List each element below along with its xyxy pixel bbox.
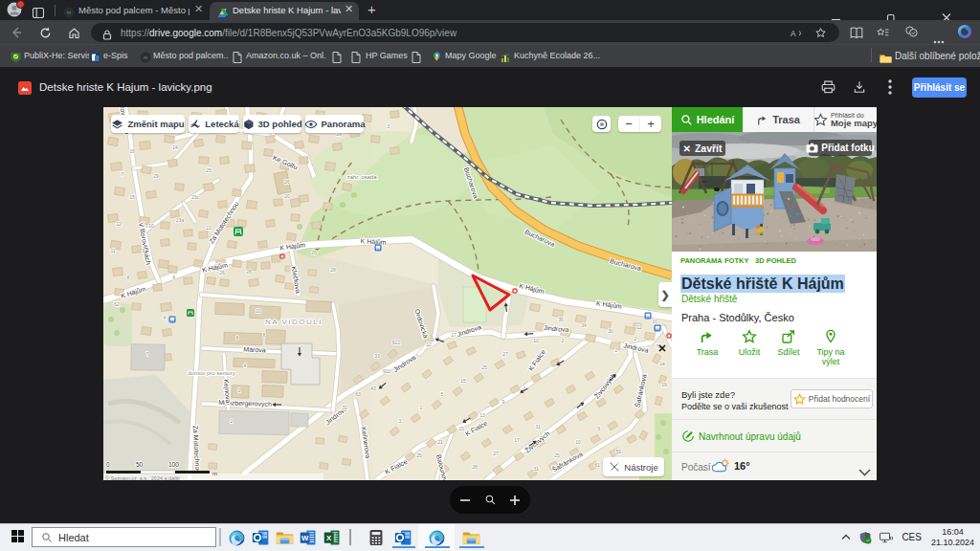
svg-text:21: 21 bbox=[206, 225, 212, 231]
svg-text:6: 6 bbox=[598, 426, 601, 431]
svg-text:5: 5 bbox=[441, 391, 444, 397]
svg-text:8: 8 bbox=[263, 332, 266, 338]
svg-text:1: 1 bbox=[238, 387, 241, 393]
svg-text:26: 26 bbox=[219, 270, 225, 276]
svg-text:25: 25 bbox=[416, 452, 422, 458]
svg-text:9: 9 bbox=[143, 248, 145, 253]
svg-text:59: 59 bbox=[615, 449, 621, 454]
svg-text:6: 6 bbox=[173, 275, 176, 280]
svg-text:25: 25 bbox=[554, 452, 560, 458]
svg-text:31: 31 bbox=[535, 424, 541, 430]
svg-text:26: 26 bbox=[311, 250, 317, 255]
svg-text:13: 13 bbox=[479, 412, 485, 418]
svg-text:15: 15 bbox=[458, 426, 464, 431]
svg-text:3: 3 bbox=[388, 123, 390, 129]
svg-text:23c: 23c bbox=[191, 194, 200, 200]
svg-text:m: m bbox=[212, 471, 217, 476]
svg-text:11: 11 bbox=[110, 248, 115, 253]
svg-text:31: 31 bbox=[533, 466, 539, 472]
svg-text:© Seznam.cz, a.s., 2024 a dalš: © Seznam.cz, a.s., 2024 a další bbox=[105, 475, 180, 481]
svg-text:X: X bbox=[326, 534, 332, 542]
svg-text:15: 15 bbox=[460, 378, 466, 384]
svg-text:4: 4 bbox=[244, 363, 247, 368]
svg-text:61: 61 bbox=[594, 462, 600, 468]
svg-text:10: 10 bbox=[533, 338, 539, 343]
svg-text:2: 2 bbox=[615, 347, 618, 353]
svg-text:zahr. osada: zahr. osada bbox=[346, 174, 377, 180]
svg-text:30: 30 bbox=[608, 328, 613, 334]
svg-text:2: 2 bbox=[635, 336, 637, 342]
svg-text:12: 12 bbox=[426, 342, 432, 347]
svg-text:14: 14 bbox=[172, 144, 178, 150]
svg-text:33: 33 bbox=[374, 353, 380, 359]
svg-text:26: 26 bbox=[284, 179, 290, 185]
svg-text:36: 36 bbox=[558, 317, 564, 322]
svg-text:Márova: Márova bbox=[243, 346, 266, 354]
svg-text:2: 2 bbox=[231, 418, 234, 424]
svg-text:19: 19 bbox=[661, 382, 667, 387]
svg-text:17: 17 bbox=[514, 437, 520, 443]
svg-text:A: A bbox=[791, 30, 796, 38]
svg-text:9: 9 bbox=[502, 399, 505, 405]
svg-text:62: 62 bbox=[114, 301, 120, 307]
svg-text:1: 1 bbox=[420, 405, 423, 410]
svg-text:25: 25 bbox=[481, 364, 487, 370]
svg-text:43: 43 bbox=[370, 386, 376, 391]
svg-text:28: 28 bbox=[246, 269, 252, 275]
svg-text:4: 4 bbox=[164, 315, 167, 320]
svg-text:2: 2 bbox=[562, 338, 565, 343]
svg-text:21: 21 bbox=[437, 439, 443, 445]
svg-text:8: 8 bbox=[127, 275, 130, 280]
svg-text:7: 7 bbox=[146, 351, 149, 357]
svg-text:1a: 1a bbox=[659, 361, 665, 366]
svg-text:NA VIDOULI: NA VIDOULI bbox=[265, 318, 323, 326]
svg-text:34: 34 bbox=[581, 322, 587, 328]
svg-text:27: 27 bbox=[493, 451, 499, 456]
svg-text:28: 28 bbox=[330, 267, 336, 273]
svg-text:10: 10 bbox=[148, 223, 154, 229]
svg-text:28: 28 bbox=[472, 464, 478, 470]
svg-text:10: 10 bbox=[575, 439, 581, 445]
svg-text:15: 15 bbox=[129, 194, 135, 200]
svg-text:922: 922 bbox=[392, 340, 401, 345]
svg-text:17: 17 bbox=[451, 332, 457, 338]
svg-text:100: 100 bbox=[168, 461, 179, 468]
svg-text:31: 31 bbox=[342, 405, 347, 410]
svg-text:12: 12 bbox=[636, 324, 642, 330]
svg-text:50: 50 bbox=[136, 461, 144, 468]
svg-text:20: 20 bbox=[284, 193, 290, 199]
svg-text:10: 10 bbox=[652, 319, 657, 324]
svg-text:27: 27 bbox=[502, 351, 508, 357]
svg-text:29: 29 bbox=[153, 173, 159, 179]
svg-text:7: 7 bbox=[122, 171, 124, 177]
svg-text:911: 911 bbox=[383, 368, 390, 374]
svg-text:18: 18 bbox=[129, 148, 135, 154]
svg-text:23a: 23a bbox=[176, 217, 185, 223]
svg-text:25: 25 bbox=[206, 167, 212, 173]
svg-text:0: 0 bbox=[106, 461, 110, 468]
svg-text:domov pro seniory: domov pro seniory bbox=[188, 370, 234, 376]
svg-text:W: W bbox=[301, 534, 309, 542]
svg-text:3: 3 bbox=[399, 418, 402, 424]
svg-text:8: 8 bbox=[236, 335, 239, 341]
svg-text:12: 12 bbox=[116, 221, 122, 227]
svg-text:63: 63 bbox=[355, 391, 361, 397]
svg-text:10: 10 bbox=[256, 308, 261, 314]
